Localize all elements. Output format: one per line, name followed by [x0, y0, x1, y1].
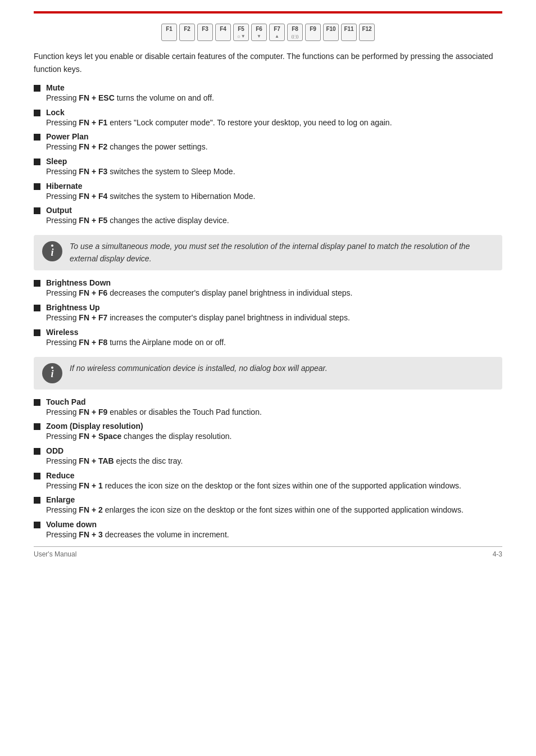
f5-key: F5☼▼ [233, 24, 249, 41]
feature-desc: Pressing FN + F3 switches the system to … [46, 166, 502, 178]
feature-title: Brightness Down [46, 278, 502, 287]
feature-sleep: Sleep Pressing FN + F3 switches the syst… [46, 157, 502, 178]
list-item: Enlarge Pressing FN + 2 enlarges the ico… [34, 495, 502, 517]
feature-desc: Pressing FN + TAB ejects the disc tray. [46, 455, 502, 468]
feature-title: Reduce [46, 471, 502, 480]
bullet-icon [34, 399, 40, 406]
footer: User's Manual 4-3 [34, 546, 502, 558]
bullet-icon [34, 448, 40, 455]
feature-desc: Pressing FN + F9 enables or disables the… [46, 406, 502, 419]
list-item: Sleep Pressing FN + F3 switches the syst… [34, 157, 502, 178]
info-icon: i [42, 241, 63, 262]
features-list-2: Brightness Down Pressing FN + F6 decreas… [34, 278, 502, 348]
f7-key: F7▲ [269, 24, 285, 41]
feature-title: Zoom (Display resolution) [46, 422, 502, 431]
f10-key: F10 [323, 24, 339, 41]
bullet-icon [34, 329, 40, 336]
function-key-row: F1 F2 F3 F4 F5☼▼ F6▼ F7▲ F8((·)) F9 F10 … [161, 24, 375, 41]
bullet-icon [34, 207, 40, 214]
bullet-icon [34, 110, 40, 116]
bullet-icon [34, 522, 40, 528]
list-item: Mute Pressing FN + ESC turns the volume … [34, 83, 502, 105]
list-item: Power Plan Pressing FN + F2 changes the … [34, 132, 502, 153]
feature-desc: Pressing FN + F6 decreases the computer'… [46, 287, 502, 300]
feature-title: Wireless [46, 328, 502, 337]
bullet-icon [34, 159, 40, 165]
feature-desc: Pressing FN + Space changes the display … [46, 431, 502, 443]
keyboard-diagram: F1 F2 F3 F4 F5☼▼ F6▼ F7▲ F8((·)) F9 F10 … [34, 24, 502, 41]
bullet-icon [34, 183, 40, 190]
feature-brightness-up: Brightness Up Pressing FN + F7 increases… [46, 303, 502, 324]
f4-key: F4 [215, 24, 231, 41]
bullet-icon [34, 134, 40, 141]
info-box-2: i If no wireless communication device is… [34, 357, 502, 390]
feature-title: Sleep [46, 157, 502, 166]
list-item: Volume down Pressing FN + 3 decreases th… [34, 520, 502, 541]
feature-desc: Pressing FN + F7 increases the computer'… [46, 312, 502, 324]
list-item: ODD Pressing FN + TAB ejects the disc tr… [34, 446, 502, 468]
info-icon-2: i [42, 363, 63, 384]
info-circle-icon: i [42, 241, 62, 261]
feature-mute: Mute Pressing FN + ESC turns the volume … [46, 83, 502, 105]
feature-enlarge: Enlarge Pressing FN + 2 enlarges the ico… [46, 495, 502, 517]
info-letter: i [51, 247, 53, 259]
feature-title: Hibernate [46, 182, 502, 191]
f2-key: F2 [179, 24, 195, 41]
f11-key: F11 [341, 24, 357, 41]
footer-right: 4-3 [493, 550, 502, 558]
bullet-icon [34, 85, 40, 92]
features-list-1: Mute Pressing FN + ESC turns the volume … [34, 83, 502, 227]
feature-desc: Pressing FN + F2 changes the power setti… [46, 141, 502, 153]
bullet-icon [34, 423, 40, 430]
feature-desc: Pressing FN + 1 reduces the icon size on… [46, 480, 502, 492]
bullet-icon [34, 497, 40, 504]
bullet-icon [34, 305, 40, 311]
list-item: Touch Pad Pressing FN + F9 enables or di… [34, 397, 502, 419]
list-item: Wireless Pressing FN + F8 turns the Airp… [34, 328, 502, 349]
features-list-3: Touch Pad Pressing FN + F9 enables or di… [34, 397, 502, 541]
feature-lock: Lock Pressing FN + F1 enters "Lock compu… [46, 108, 502, 129]
feature-title: Lock [46, 108, 502, 117]
feature-title: Power Plan [46, 132, 502, 141]
footer-left: User's Manual [34, 550, 76, 558]
intro-text: Function keys let you enable or disable … [34, 50, 502, 75]
feature-desc: Pressing FN + 2 enlarges the icon size o… [46, 504, 502, 517]
list-item: Hibernate Pressing FN + F4 switches the … [34, 182, 502, 203]
bullet-icon [34, 280, 40, 287]
feature-desc: Pressing FN + ESC turns the volume on an… [46, 92, 502, 105]
info-box-2-text: If no wireless communication device is i… [70, 363, 328, 375]
feature-zoom: Zoom (Display resolution) Pressing FN + … [46, 422, 502, 443]
feature-touchpad: Touch Pad Pressing FN + F9 enables or di… [46, 397, 502, 419]
feature-odd: ODD Pressing FN + TAB ejects the disc tr… [46, 446, 502, 468]
feature-title: Brightness Up [46, 303, 502, 312]
feature-desc: Pressing FN + F1 enters "Lock computer m… [46, 117, 502, 129]
feature-output: Output Pressing FN + F5 changes the acti… [46, 206, 502, 227]
bullet-icon [34, 473, 40, 479]
list-item: Zoom (Display resolution) Pressing FN + … [34, 422, 502, 443]
top-border [34, 11, 502, 13]
list-item: Output Pressing FN + F5 changes the acti… [34, 206, 502, 227]
f12-key: F12 [359, 24, 375, 41]
f9-key: F9 [305, 24, 321, 41]
feature-desc: Pressing FN + 3 decreases the volume in … [46, 529, 502, 541]
feature-volume-down: Volume down Pressing FN + 3 decreases th… [46, 520, 502, 541]
info-box-1-text: To use a simultaneous mode, you must set… [70, 241, 494, 265]
list-item: Lock Pressing FN + F1 enters "Lock compu… [34, 108, 502, 129]
feature-title: Enlarge [46, 495, 502, 504]
info-letter-2: i [51, 368, 53, 380]
page: F1 F2 F3 F4 F5☼▼ F6▼ F7▲ F8((·)) F9 F10 … [0, 0, 536, 567]
feature-brightness-down: Brightness Down Pressing FN + F6 decreas… [46, 278, 502, 300]
list-item: Brightness Down Pressing FN + F6 decreas… [34, 278, 502, 300]
list-item: Brightness Up Pressing FN + F7 increases… [34, 303, 502, 324]
info-circle-icon-2: i [42, 363, 62, 383]
feature-desc: Pressing FN + F8 turns the Airplane mode… [46, 337, 502, 349]
feature-wireless: Wireless Pressing FN + F8 turns the Airp… [46, 328, 502, 349]
info-box-1: i To use a simultaneous mode, you must s… [34, 235, 502, 270]
feature-power-plan: Power Plan Pressing FN + F2 changes the … [46, 132, 502, 153]
f1-key: F1 [161, 24, 177, 41]
feature-title: Mute [46, 83, 502, 92]
f3-key: F3 [197, 24, 213, 41]
f8-key: F8((·)) [287, 24, 303, 41]
feature-title: Touch Pad [46, 397, 502, 406]
feature-title: ODD [46, 446, 502, 455]
